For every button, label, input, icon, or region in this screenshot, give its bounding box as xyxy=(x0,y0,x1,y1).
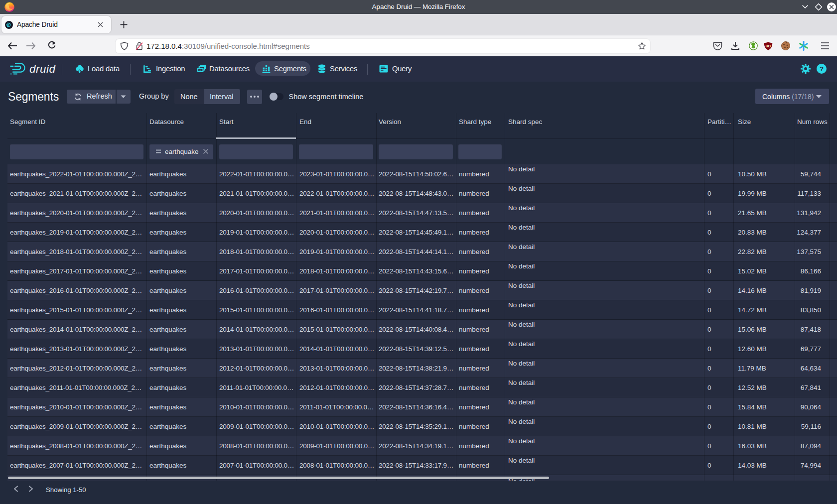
svg-text:?: ? xyxy=(820,65,824,73)
svg-text:uO: uO xyxy=(766,44,771,48)
